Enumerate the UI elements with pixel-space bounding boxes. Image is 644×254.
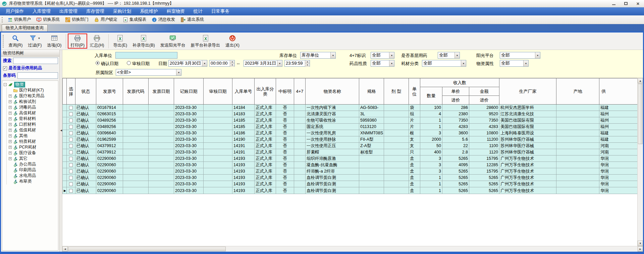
hospital-area-select[interactable]: <全部> ▼ [116,69,181,76]
row-select-checkbox[interactable] [69,125,73,129]
col-invoice-code[interactable]: 发票代码 [123,78,149,105]
horizontal-scroll-thumb[interactable] [68,247,226,251]
col-income-group[interactable]: 收入数 [420,78,499,87]
row-select-checkbox[interactable] [69,119,73,122]
expand-icon[interactable]: + [9,146,12,149]
audit-date-radio[interactable] [127,61,131,65]
tree-item-1[interactable]: +医疗相关用品 [9,93,58,99]
vertical-scrollbar[interactable]: ▲ ▼ [637,78,643,246]
col-purchase-price-unit[interactable]: 进价 [442,96,469,105]
chevron-down-icon[interactable]: ▼ [389,60,394,66]
row-select-checkbox[interactable] [69,112,73,116]
col-manufacturer[interactable]: 生产厂家 [499,78,556,105]
chevron-down-icon[interactable]: ▼ [535,52,540,58]
row-select-checkbox[interactable] [69,182,73,186]
tree-item-11[interactable]: +医疗设备 [9,150,58,156]
menu-item-8[interactable]: 日常事务 [207,7,234,15]
col-name[interactable]: 物资名称 [306,78,359,105]
col-book-date[interactable]: 记账日期 [174,78,204,105]
expand-icon[interactable]: + [9,140,12,143]
command-send-sunshine-platform-button[interactable]: 发送阳光平台 [158,34,188,49]
vertical-scroll-track[interactable] [638,144,643,241]
row-select-checkbox[interactable] [69,176,73,180]
command-new-platform-supplement-export-button[interactable]: X新平台补录导出 [188,34,223,49]
row-select-checkbox[interactable] [69,138,73,141]
collapse-icon[interactable]: - [4,83,7,86]
toolbar-switch-department-button[interactable]: 切换部门 [62,16,91,23]
date-from-picker[interactable]: 2023年 3月30日 ▼ [168,60,207,67]
scroll-down-icon[interactable]: ▼ [638,241,643,246]
col-qty[interactable]: 数量 [420,87,442,105]
command-summarize-button[interactable]: 汇总(H) [87,34,107,49]
tree-item-16[interactable]: 布草类 [9,179,58,184]
tree-item-13[interactable]: 办公用品 [9,162,58,167]
command-options-button[interactable]: 选项(O) [44,34,64,49]
tag47-select[interactable]: 全部 ▼ [371,52,394,59]
command-toolbar-grip[interactable] [3,35,4,48]
toolbar-switch-user-button[interactable]: 切换用户 [5,16,34,23]
menu-item-0[interactable]: 用户操作 [1,7,28,15]
tree-item-3[interactable]: +消毒药品 [9,105,58,110]
sunshine-platform-select[interactable]: 全部 ▼ [500,52,540,59]
spinner-down-icon[interactable]: ▼ [230,64,234,67]
tree-item-15[interactable]: 水电用品 [9,173,58,179]
maximize-button[interactable] [620,0,632,7]
inbound-unit-input[interactable] [115,52,177,59]
spinner-buttons[interactable]: ▲▼ [230,60,234,66]
col-select[interactable]: 选择 [67,78,75,105]
toolbar-integrated-report-button[interactable]: X集成报表 [120,16,149,23]
table-row[interactable]: 已确认019625992023-03-3014190正式入库否一次性使用静脉FI… [63,136,638,143]
table-row[interactable]: 已确认043799122023-03-3014191正式入库否肝素帽标准型只40… [63,149,638,155]
command-query-button[interactable]: 查询(R) [6,34,25,49]
expand-icon[interactable]: + [9,117,12,120]
row-select-checkbox[interactable] [69,189,73,193]
row-select-checkbox[interactable] [69,150,73,154]
table-row[interactable]: 已确认034892562023-03-3014185正式入库否生物可吸收性涂59… [63,117,638,124]
tree-item-14[interactable]: 印刷用品 [9,167,58,173]
expand-icon[interactable]: + [9,112,12,115]
chevron-down-icon[interactable]: ▼ [176,69,181,75]
expand-icon[interactable]: + [9,151,12,154]
tree-item-4[interactable]: +高值耗材 [9,110,58,116]
basic-drug-select[interactable]: 全部 ▼ [438,52,460,59]
barcode-input[interactable] [17,72,58,79]
tree-root-material[interactable]: -物资 [4,82,58,87]
scroll-left-icon[interactable]: ◄ [62,246,68,252]
table-row[interactable]: ▶已确认022900602023-03-3014193正式入库否血栓调节蛋白测盒… [63,187,638,194]
table-row[interactable]: 已确认022900602023-03-3014193正式入库否血栓调节蛋白测盒1… [63,181,638,187]
col-inbound-no[interactable]: 入库单号 [232,78,255,105]
close-button[interactable]: × [632,0,644,7]
scroll-up-icon[interactable]: ▲ [638,78,643,83]
tree-item-2[interactable]: +检验试剂 [9,99,58,105]
tree-item-8[interactable]: +其他 [9,133,58,139]
minimize-button[interactable] [608,0,620,7]
col-status[interactable]: 状态 [75,78,96,105]
tab-inbound-detail-query[interactable]: 物资入库明细账查询 [2,24,48,31]
menu-item-2[interactable]: 出库管理 [55,7,82,15]
col-purchase-price-amount[interactable]: 进价 [469,96,499,105]
horizontal-scrollbar[interactable]: ◄ ► [62,246,643,252]
consumable-class-select[interactable]: 全部 ▼ [422,60,466,67]
col-invoice-no[interactable]: 发票号 [96,78,123,105]
tree-item-10[interactable]: +PCR耗材 [9,144,58,150]
expand-icon[interactable]: + [9,123,12,126]
expand-icon[interactable]: + [9,100,12,103]
table-row[interactable]: 已确认043799122023-03-3014191正式入库否一次性使用正压Z-… [63,143,638,149]
chevron-down-icon[interactable]: ▼ [454,52,460,58]
confirm-date-radio[interactable] [96,61,100,65]
col-audit-date[interactable]: 审核日期 [204,78,232,105]
col-bid[interactable]: 中标明 [276,78,294,105]
chevron-down-icon[interactable]: ▼ [461,60,466,66]
tree-item-7[interactable]: +低值耗材 [9,127,58,133]
menu-item-6[interactable]: 科室物资 [162,7,189,15]
menu-item-1[interactable]: 入库管理 [28,7,55,15]
chevron-down-icon[interactable]: ▼ [330,52,335,58]
col-tag47[interactable]: 4+7 [294,78,306,105]
col-origin[interactable]: 产地 [556,78,599,105]
chevron-down-icon[interactable]: ▼ [202,60,207,66]
col-inout-class[interactable]: 出入库分类 [255,78,276,105]
time-from-spinner[interactable]: 00:00:00 ▲▼ [209,60,235,67]
command-filter-button[interactable]: ▼过滤(F) [25,34,44,49]
col-spec[interactable]: 规格 [359,78,384,105]
menu-item-7[interactable]: 统计 [189,7,207,15]
